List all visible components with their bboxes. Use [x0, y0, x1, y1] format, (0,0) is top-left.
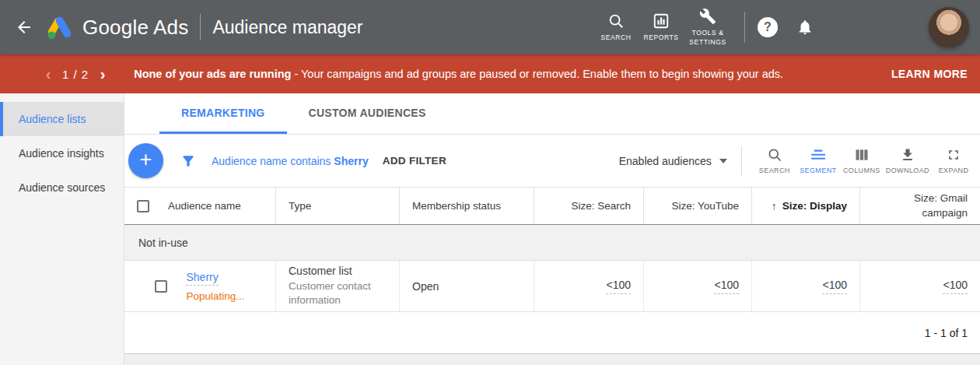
help-button[interactable]: ? [758, 17, 778, 37]
topbar-search-button[interactable]: SEARCH [593, 12, 639, 42]
toolbar-actions: Enabled audiences SEARCH [619, 146, 975, 176]
header-size-youtube[interactable]: Size: YouTube [643, 188, 751, 224]
back-button[interactable] [6, 9, 42, 45]
bar-chart-icon [653, 12, 670, 30]
size-display-value[interactable]: <100 [822, 279, 847, 294]
topbar-divider [200, 14, 201, 40]
avatar[interactable] [929, 7, 969, 47]
row-checkbox[interactable] [155, 280, 167, 293]
add-filter-button[interactable]: ADD FILTER [383, 155, 446, 167]
arrow-back-icon [15, 18, 33, 37]
size-search-value[interactable]: <100 [606, 279, 631, 294]
topbar-icons-divider [744, 12, 745, 43]
cell-membership-status: Open [399, 261, 534, 311]
topbar-tools-settings-label: TOOLS & SETTINGS [687, 29, 729, 47]
topbar-search-label: SEARCH [600, 33, 631, 42]
banner-prev-button[interactable]: ‹ [42, 66, 54, 82]
tab-remarketing[interactable]: REMARKETING [159, 93, 287, 134]
tab-custom-audiences[interactable]: CUSTOM AUDIENCES [287, 93, 448, 134]
cell-size-display: <100 [751, 261, 859, 311]
plus-icon: + [140, 149, 152, 170]
filter-funnel-icon [180, 153, 196, 169]
header-size-gmail[interactable]: Size: Gmail campaign [859, 188, 980, 224]
table-section-not-in-use: Not in-use [124, 225, 980, 261]
notification-banner: ‹ 1 / 2 › None of your ads are running- … [0, 54, 980, 93]
pagination-text: 1 - 1 of 1 [925, 327, 968, 339]
brand-name: Google Ads [82, 16, 188, 40]
header-label: Size: Gmail campaign [896, 191, 968, 221]
filter-value-text: Sherry [334, 155, 368, 167]
banner-page-indicator: 1 / 2 [62, 68, 89, 81]
cell-size-youtube: <100 [643, 261, 751, 311]
cell-audience-name: Sherry Populating... [124, 261, 275, 311]
sidebar-item-label: Audience lists [19, 113, 86, 125]
google-ads-logo-icon [45, 13, 73, 41]
columns-icon [854, 147, 870, 163]
add-audience-button[interactable]: + [128, 143, 163, 178]
table-row: Sherry Populating... Customer list Custo… [124, 261, 980, 312]
audience-name-link[interactable]: Sherry [186, 271, 218, 286]
audiences-table: Audience name Type Membership status Siz… [124, 187, 980, 354]
learn-more-link[interactable]: LEARN MORE [891, 68, 968, 80]
header-membership-status[interactable]: Membership status [399, 188, 534, 224]
size-youtube-value[interactable]: <100 [714, 279, 739, 294]
toolbar: + Audience name containsSherry ADD FILTE… [124, 135, 980, 187]
banner-next-button[interactable]: › [96, 66, 109, 82]
segment-button[interactable]: SEGMENT [796, 147, 840, 174]
header-type[interactable]: Type [275, 188, 399, 224]
segment-label: SEGMENT [800, 167, 836, 174]
wrench-icon [699, 8, 716, 25]
topbar: Google Ads Audience manager SEARCH REPOR… [0, 0, 980, 54]
size-gmail-value[interactable]: <100 [943, 279, 968, 294]
page-title: Audience manager [212, 17, 362, 38]
header-label: Size: Display [782, 200, 847, 212]
download-icon [900, 147, 915, 163]
segment-icon [810, 147, 827, 163]
active-filter-chip[interactable]: Audience name containsSherry [212, 155, 369, 167]
sidebar-item-audience-insights[interactable]: Audience insights [0, 136, 124, 170]
banner-message-title: None of your ads are running [134, 68, 291, 80]
filter-condition-text: Audience name contains [212, 155, 331, 167]
cell-size-gmail: <100 [859, 261, 980, 311]
sort-asc-icon: ↑ [772, 200, 777, 212]
content-area: Audience lists Audience insights Audienc… [0, 93, 980, 365]
cell-type: Customer list Customer contact informati… [275, 261, 399, 311]
header-size-display[interactable]: ↑ Size: Display [751, 188, 859, 224]
sidebar: Audience lists Audience insights Audienc… [0, 93, 124, 365]
type-value: Customer list [289, 265, 387, 277]
sidebar-item-label: Audience sources [19, 181, 105, 194]
header-audience-name[interactable]: Audience name [124, 188, 275, 224]
table-footer: 1 - 1 of 1 [124, 312, 980, 354]
dropdown-selected-value: Enabled audiences [619, 155, 712, 167]
main-panel: REMARKETING CUSTOM AUDIENCES + Audience … [124, 93, 980, 365]
sidebar-item-audience-sources[interactable]: Audience sources [0, 170, 124, 205]
section-label: Not in-use [138, 237, 188, 249]
topbar-reports-button[interactable]: REPORTS [639, 12, 684, 42]
question-mark-icon: ? [764, 20, 772, 34]
columns-button[interactable]: COLUMNS [840, 147, 884, 174]
topbar-reports-label: REPORTS [643, 33, 678, 42]
expand-icon [946, 147, 961, 163]
notifications-button[interactable] [796, 19, 814, 36]
table-search-button[interactable]: SEARCH [753, 147, 796, 174]
expand-button[interactable]: EXPAND [932, 147, 975, 174]
tab-bar: REMARKETING CUSTOM AUDIENCES [124, 93, 980, 135]
expand-label: EXPAND [939, 167, 969, 174]
table-header-row: Audience name Type Membership status Siz… [124, 187, 980, 225]
banner-message-detail: - Your campaigns and ad groups are pause… [294, 68, 783, 80]
sidebar-item-audience-lists[interactable]: Audience lists [0, 102, 124, 136]
columns-label: COLUMNS [843, 167, 880, 174]
cell-size-search: <100 [534, 261, 643, 311]
toolbar-divider [741, 146, 742, 176]
bell-icon [796, 19, 814, 36]
topbar-tools-settings-button[interactable]: TOOLS & SETTINGS [684, 8, 732, 47]
header-label: Audience name [168, 200, 241, 212]
search-icon [607, 12, 625, 30]
page-background [124, 354, 980, 365]
select-all-checkbox[interactable] [137, 200, 149, 212]
audience-status-dropdown[interactable]: Enabled audiences [619, 155, 727, 167]
header-size-search[interactable]: Size: Search [534, 188, 643, 224]
type-detail: Customer contact information [289, 279, 387, 307]
banner-message: None of your ads are running- Your campa… [134, 68, 783, 80]
download-button[interactable]: DOWNLOAD [884, 147, 932, 174]
